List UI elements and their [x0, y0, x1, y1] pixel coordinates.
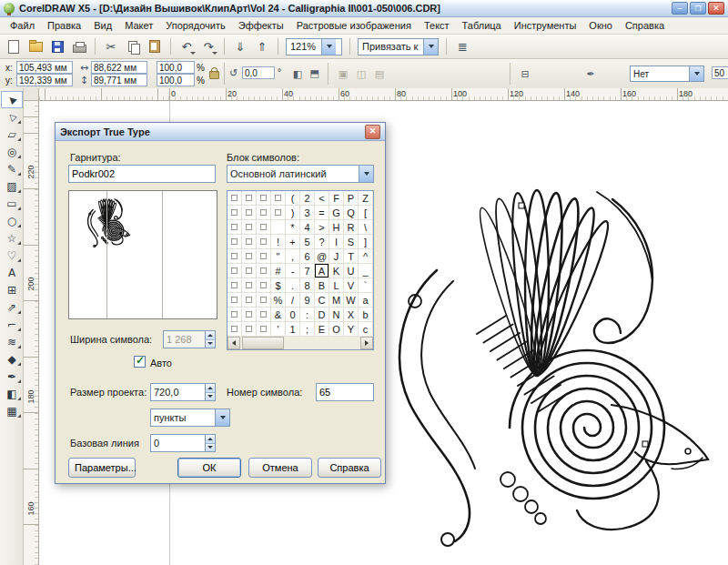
char-cell[interactable] — [228, 293, 242, 308]
menu-Инструменты[interactable]: Инструменты — [508, 18, 583, 33]
char-cell[interactable]: I — [329, 235, 344, 249]
char-cell[interactable] — [242, 249, 257, 264]
font-name-input[interactable] — [68, 165, 216, 183]
char-cell[interactable]: \ — [359, 220, 373, 235]
spinner-buttons[interactable] — [205, 383, 216, 401]
char-cell[interactable]: # — [271, 264, 286, 278]
char-cell[interactable] — [228, 206, 242, 220]
redo-button[interactable]: ↷ — [198, 36, 218, 56]
tool-text[interactable]: A — [1, 264, 23, 281]
tool-fill[interactable]: ◧ — [1, 385, 23, 402]
char-cell[interactable] — [228, 191, 242, 206]
mirror-horizontal-button[interactable]: ◧ — [289, 66, 306, 82]
horizontal-ruler[interactable]: 020406080100120140160180 — [39, 88, 728, 101]
menu-Упорядочить[interactable]: Упорядочить — [159, 18, 231, 33]
char-cell[interactable] — [257, 322, 271, 337]
vertical-ruler[interactable]: 220200180160 — [24, 101, 39, 565]
print-button[interactable] — [69, 36, 89, 56]
spin-up-icon[interactable] — [206, 384, 215, 393]
char-cell[interactable] — [257, 220, 271, 235]
tool-shape[interactable]: ▷ — [1, 108, 23, 126]
tool-table[interactable]: ⊞ — [1, 281, 23, 298]
menu-Эффекты[interactable]: Эффекты — [232, 18, 290, 33]
chevron-down-icon[interactable] — [423, 39, 438, 55]
object-width-field[interactable]: 88,622 мм — [91, 61, 147, 74]
char-cell[interactable]: + — [286, 235, 300, 249]
char-cell[interactable]: ] — [359, 235, 373, 249]
cancel-button[interactable]: Отмена — [248, 458, 312, 478]
menu-Таблица[interactable]: Таблица — [456, 18, 508, 33]
paste-button[interactable] — [145, 36, 165, 56]
tool-basic-shapes[interactable]: ♡ — [1, 247, 23, 264]
char-cell[interactable]: [ — [359, 206, 373, 220]
char-cell[interactable]: J — [329, 249, 344, 264]
scroll-right-button[interactable] — [360, 337, 373, 349]
tool-polygon[interactable]: ☆ — [1, 229, 23, 247]
char-cell[interactable] — [228, 220, 242, 235]
menu-Окно[interactable]: Окно — [582, 18, 619, 33]
char-cell[interactable]: a — [359, 293, 373, 308]
char-cell[interactable]: W — [344, 293, 359, 308]
copy-button[interactable] — [123, 36, 143, 56]
object-option-button-1[interactable]: ▣ — [335, 66, 351, 82]
char-cell[interactable] — [242, 322, 257, 337]
tool-rectangle[interactable]: ▭ — [1, 195, 23, 212]
tool-blend[interactable]: ≋ — [1, 333, 23, 350]
close-button[interactable] — [708, 2, 724, 15]
char-cell[interactable]: 6 — [300, 249, 315, 264]
char-cell[interactable] — [257, 264, 271, 278]
spinner-buttons[interactable] — [205, 330, 216, 348]
menu-Справка[interactable]: Справка — [619, 18, 671, 33]
scrollbar-thumb[interactable] — [242, 337, 284, 349]
char-number-input[interactable] — [316, 383, 374, 401]
char-cell[interactable] — [271, 191, 286, 206]
char-cell[interactable]: Y — [344, 322, 359, 337]
char-cell[interactable] — [242, 264, 257, 278]
scale-y-field[interactable]: 100,0 — [157, 74, 195, 86]
char-cell[interactable]: F — [329, 191, 344, 206]
spin-up-icon[interactable] — [206, 331, 215, 340]
char-cell[interactable]: . — [286, 278, 300, 293]
rotation-angle-field[interactable]: 0,0 — [242, 66, 275, 79]
tool-dimension[interactable]: ⇗ — [1, 298, 23, 316]
chevron-down-icon[interactable] — [321, 39, 336, 55]
open-button[interactable] — [25, 36, 46, 56]
save-button[interactable] — [47, 36, 67, 56]
char-cell[interactable]: X — [344, 308, 359, 322]
spin-down-icon[interactable] — [206, 340, 215, 348]
spin-down-icon[interactable] — [206, 444, 215, 452]
new-document-button[interactable] — [4, 36, 24, 56]
char-cell[interactable] — [257, 293, 271, 308]
char-cell[interactable]: ( — [286, 191, 300, 206]
char-cell[interactable]: B — [315, 278, 329, 293]
char-cell[interactable]: C — [315, 293, 329, 308]
char-cell[interactable]: * — [286, 220, 300, 235]
menu-Текст[interactable]: Текст — [418, 18, 456, 33]
char-cell[interactable]: 2 — [300, 191, 315, 206]
snap-to-combo[interactable]: Привязать к — [358, 38, 439, 55]
char-cell[interactable]: M — [329, 293, 344, 308]
menu-Файл[interactable]: Файл — [4, 18, 41, 33]
char-cell[interactable]: > — [315, 220, 329, 235]
ok-button[interactable]: ОК — [177, 458, 241, 478]
char-cell[interactable]: ` — [359, 278, 373, 293]
tool-smart-fill[interactable]: ▨ — [1, 177, 23, 195]
text-wrap-button[interactable]: ⊟ — [517, 66, 533, 82]
char-cell[interactable] — [257, 308, 271, 322]
help-button[interactable]: Справка — [318, 458, 381, 478]
parameters-button[interactable]: Параметры... — [68, 458, 136, 478]
x-position-field[interactable]: 105,493 мм — [16, 61, 73, 74]
import-button[interactable]: ⇓ — [230, 36, 250, 56]
minimize-button[interactable] — [672, 2, 688, 15]
char-cell[interactable]: 4 — [300, 220, 315, 235]
char-cell[interactable]: G — [329, 206, 344, 220]
char-cell[interactable]: N — [329, 308, 344, 322]
char-cell[interactable] — [271, 220, 286, 235]
char-cell[interactable] — [228, 308, 242, 322]
char-cell[interactable]: Q — [344, 206, 359, 220]
char-cell[interactable]: : — [300, 308, 315, 322]
char-cell[interactable] — [228, 264, 242, 278]
ruler-origin-button[interactable] — [24, 88, 39, 101]
char-cell[interactable] — [257, 191, 271, 206]
object-height-field[interactable]: 89,771 мм — [91, 74, 147, 86]
